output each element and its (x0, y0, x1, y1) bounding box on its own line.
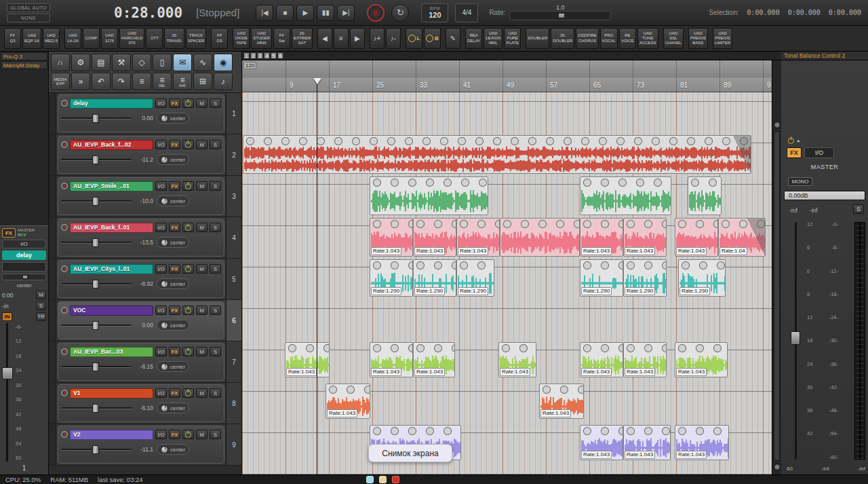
window-tab[interactable]: Pro-Q 3 (1, 52, 47, 60)
record-arm-button[interactable] (61, 224, 68, 231)
pan-control[interactable]: center (157, 113, 189, 124)
fx-enable-button[interactable] (182, 264, 194, 274)
transport-button[interactable]: ▶| (337, 5, 355, 21)
arrange-canvas[interactable]: Снимок экрана Rate:1.043Rate:1.043Rate:1… (242, 92, 772, 474)
track-number[interactable]: 1 (226, 93, 241, 134)
rate-slider[interactable]: 1.0 (509, 11, 611, 20)
media-item[interactable]: Rate:1.043 (580, 425, 623, 460)
marker-tab[interactable]: 3 (257, 52, 263, 59)
io-button[interactable]: I/O (155, 347, 167, 356)
fx-button[interactable]: UAD STUDER A800 (251, 28, 272, 49)
track-number[interactable]: 5 (226, 259, 241, 299)
track-name-button[interactable]: AU_IEVP_Smile_..01 (70, 181, 153, 191)
fade-out-handle[interactable] (733, 136, 751, 173)
fx-button[interactable]: UAD PURE PLATE (504, 28, 521, 49)
pan-control[interactable]: center (157, 196, 189, 206)
fx-enable-button[interactable] (182, 140, 194, 149)
media-item[interactable]: Rate:1.043 (413, 218, 456, 257)
media-item[interactable]: Rate:1.043 (413, 342, 455, 377)
record-dot-icon[interactable] (392, 476, 399, 483)
pan-slider-handle[interactable] (22, 275, 28, 279)
media-item[interactable] (243, 135, 751, 174)
media-item[interactable]: Rate:1.290 (456, 259, 494, 297)
solo-button[interactable]: S (210, 264, 221, 274)
docker-tab[interactable]: Tonal Balance Control 2 (781, 52, 868, 60)
fx-button[interactable]: L (406, 28, 422, 49)
strip-io-button[interactable]: I/O (2, 240, 46, 248)
undo-icon[interactable]: ↶ (92, 73, 111, 90)
pan-control[interactable]: center (157, 237, 189, 248)
fader-handle[interactable] (92, 114, 99, 123)
fx-button[interactable]: UAD FAIRCHILD 670 (119, 28, 144, 49)
volume-fader[interactable] (61, 320, 132, 331)
fx-button[interactable]: UAD OXIDE TAPE (233, 28, 250, 49)
marker-lane[interactable]: 123456 (242, 52, 781, 60)
track-number[interactable]: 6 (226, 300, 241, 341)
media-item[interactable] (370, 176, 488, 215)
mute-button[interactable]: M (196, 305, 208, 315)
fx-button[interactable]: ≡ (334, 28, 349, 49)
list-delete-icon[interactable]: ≡DEL (153, 73, 172, 90)
media-item[interactable]: Rate:1.290 (580, 259, 623, 297)
volume-fader[interactable] (61, 403, 132, 413)
transport-button[interactable]: ▮▮ (317, 5, 334, 21)
fx-button[interactable]: UAD LA-2A (64, 28, 81, 49)
fx-button[interactable]: OTT (146, 28, 163, 49)
track-name-button[interactable]: AU_IEVP_Bac...03 (70, 347, 153, 357)
scrollbar-zoom-button[interactable] (774, 122, 781, 128)
io-button[interactable]: I/O (155, 430, 167, 439)
media-item[interactable]: Rate:1.043 (623, 425, 671, 460)
master-fx-button[interactable]: FX (787, 147, 802, 158)
fx-button[interactable]: FX (169, 388, 180, 398)
io-button[interactable]: I/O (155, 388, 167, 398)
pan-control[interactable]: center (157, 403, 189, 413)
fader-handle[interactable] (92, 155, 99, 164)
fx-button[interactable]: ✎ (446, 28, 460, 49)
strip-solo-button[interactable]: S (36, 301, 46, 310)
global-auto-button[interactable]: GLOBAL AUTO (7, 3, 50, 12)
mute-button[interactable]: M (196, 430, 208, 439)
fx-button[interactable]: JS: EXTREM SAT (292, 28, 313, 49)
io-button[interactable]: I/O (155, 305, 167, 315)
fx-button[interactable]: FF Sat (273, 28, 290, 49)
record-arm-button[interactable] (61, 348, 68, 355)
pan-control[interactable]: center (157, 320, 189, 331)
media-item[interactable]: Rate:1.043 (539, 384, 584, 419)
envelope-icon[interactable]: ✉ (173, 54, 192, 71)
strip-pan-slider[interactable] (2, 274, 46, 280)
fx-button[interactable]: UAD TUNE ACCESS (637, 28, 658, 49)
pan-control[interactable]: center (157, 154, 189, 165)
track-number[interactable]: 2 (226, 134, 241, 175)
marker-tab[interactable]: 4 (264, 52, 270, 59)
time-display[interactable]: 0:28.000 (114, 5, 182, 21)
media-item[interactable]: Rate:1.043 (326, 384, 370, 419)
media-item[interactable]: Rate:1.290 (370, 259, 413, 297)
vertical-scrollbar[interactable] (772, 60, 781, 474)
solo-button[interactable]: S (210, 223, 221, 232)
track-name-button[interactable]: AU_IEVP_Citys_l..01 (70, 264, 153, 274)
fx-enable-button[interactable] (182, 181, 194, 191)
fx-button[interactable]: PRO VOCAL (600, 28, 618, 49)
io-button[interactable]: I/O (155, 223, 167, 232)
fx-button[interactable]: ◀ (317, 28, 332, 49)
fader-handle[interactable] (791, 331, 800, 345)
fader-handle[interactable] (92, 445, 99, 454)
mute-button[interactable]: M (196, 140, 208, 149)
mute-button[interactable]: M (196, 347, 208, 356)
fx-chain-icon[interactable]: ▸ (797, 138, 800, 144)
fx-button[interactable]: FX (169, 181, 180, 191)
media-item[interactable]: Rate:1.043 (623, 342, 667, 377)
clef-icon[interactable]: ♪ (214, 73, 233, 90)
track-name-button[interactable]: V1 (70, 388, 153, 398)
wrench-icon[interactable]: ⚒ (112, 54, 131, 71)
media-item[interactable]: Rate:1.043 (498, 342, 536, 377)
media-item[interactable]: Rate:1.043 (675, 218, 718, 257)
solo-button[interactable]: S (210, 98, 221, 108)
io-button[interactable]: I/O (155, 140, 167, 149)
record-arm-button[interactable] (61, 390, 68, 396)
fader-handle[interactable] (92, 280, 99, 288)
track-number[interactable]: 3 (226, 176, 241, 217)
fx-button[interactable]: FX (169, 223, 180, 232)
pan-control[interactable]: center (157, 361, 189, 372)
fx-button[interactable]: UAD SSL CHANEL (663, 28, 684, 49)
